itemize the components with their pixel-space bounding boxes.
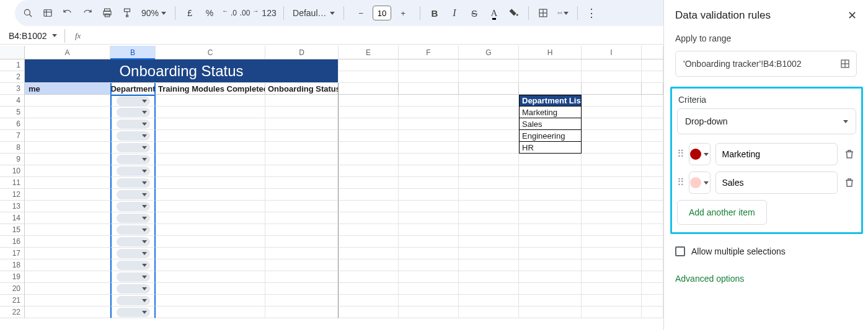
- dropdown-chip-cell[interactable]: [110, 201, 156, 212]
- select-range-icon[interactable]: [840, 59, 850, 69]
- item-value-2[interactable]: [715, 172, 838, 194]
- font-select[interactable]: Defaul…: [289, 8, 339, 18]
- borders-button[interactable]: [534, 4, 552, 22]
- delete-item-2-icon[interactable]: [843, 173, 857, 192]
- more-formats-button[interactable]: 123: [260, 4, 278, 22]
- col-header-G[interactable]: G: [459, 46, 519, 59]
- drag-handle-icon[interactable]: ⠿: [677, 180, 684, 185]
- delete-item-1-icon[interactable]: [843, 145, 857, 163]
- select-all-corner[interactable]: [0, 46, 25, 59]
- col-header-B[interactable]: B: [110, 46, 156, 59]
- dropdown-chip-cell[interactable]: [110, 306, 156, 318]
- dropdown-chip[interactable]: [117, 272, 150, 282]
- row-header-18[interactable]: 18: [0, 259, 25, 271]
- dropdown-chip[interactable]: [117, 284, 150, 293]
- dropdown-chip[interactable]: [117, 225, 150, 235]
- dropdown-chip[interactable]: [117, 97, 150, 106]
- item-color-2[interactable]: [689, 172, 711, 194]
- col-header-E[interactable]: E: [339, 46, 399, 59]
- dropdown-chip-cell[interactable]: [110, 212, 156, 224]
- add-another-item-button[interactable]: Add another item: [677, 200, 767, 225]
- dropdown-chip[interactable]: [117, 308, 150, 317]
- italic-button[interactable]: I: [445, 4, 464, 22]
- row-header-19[interactable]: 19: [0, 271, 25, 283]
- dropdown-chip-cell[interactable]: [110, 154, 156, 165]
- dropdown-chip[interactable]: [117, 108, 150, 117]
- row-header-16[interactable]: 16: [0, 236, 25, 248]
- allow-multiple-checkbox[interactable]: [675, 246, 685, 256]
- decrease-decimal-button[interactable]: ←.0: [220, 4, 239, 22]
- sheets-icon[interactable]: [38, 4, 57, 22]
- row-header-8[interactable]: 8: [0, 142, 25, 154]
- dropdown-chip-cell[interactable]: [110, 118, 156, 130]
- dropdown-chip-cell[interactable]: [110, 283, 156, 295]
- dropdown-chip-cell[interactable]: [110, 295, 156, 306]
- dropdown-chip[interactable]: [117, 214, 150, 223]
- dropdown-chip[interactable]: [117, 119, 150, 129]
- dropdown-chip-cell[interactable]: [110, 224, 156, 236]
- dropdown-chip-cell[interactable]: [110, 236, 156, 248]
- row-header-9[interactable]: 9: [0, 154, 25, 165]
- dropdown-chip[interactable]: [117, 202, 150, 211]
- dropdown-chip[interactable]: [117, 190, 150, 199]
- bold-button[interactable]: B: [425, 4, 444, 22]
- row-header-5[interactable]: 5: [0, 106, 25, 118]
- row-header-11[interactable]: 11: [0, 177, 25, 189]
- row-header-21[interactable]: 21: [0, 295, 25, 306]
- row-header-4[interactable]: 4: [0, 95, 25, 106]
- row-header-6[interactable]: 6: [0, 118, 25, 130]
- dropdown-chip[interactable]: [117, 178, 150, 188]
- name-box[interactable]: B4:B1002: [5, 31, 61, 41]
- undo-icon[interactable]: [58, 4, 77, 22]
- row-header-12[interactable]: 12: [0, 189, 25, 201]
- dropdown-chip-cell[interactable]: [110, 130, 156, 142]
- dropdown-chip-cell[interactable]: [110, 165, 156, 177]
- paint-format-icon[interactable]: [118, 4, 136, 22]
- apply-to-range-input[interactable]: 'Onboarding tracker'!B4:B1002: [675, 51, 857, 77]
- font-size-input[interactable]: [373, 6, 391, 20]
- row-header-2[interactable]: 2: [0, 71, 25, 83]
- redo-icon[interactable]: [78, 4, 97, 22]
- strikethrough-button[interactable]: S: [465, 4, 484, 22]
- row-header-15[interactable]: 15: [0, 224, 25, 236]
- drag-handle-icon[interactable]: ⠿: [677, 152, 684, 157]
- row-header-22[interactable]: 22: [0, 306, 25, 318]
- dropdown-chip[interactable]: [117, 237, 150, 246]
- decrease-font-size-button[interactable]: −: [352, 4, 370, 22]
- row-header-1[interactable]: 1: [0, 59, 25, 71]
- close-icon[interactable]: ✕: [848, 9, 857, 22]
- dropdown-chip-cell[interactable]: [110, 106, 156, 118]
- dropdown-chip[interactable]: [117, 143, 150, 152]
- currency-button[interactable]: £: [180, 4, 199, 22]
- dropdown-chip-cell[interactable]: [110, 271, 156, 283]
- col-header-D[interactable]: D: [265, 46, 339, 59]
- zoom-select[interactable]: 90%: [138, 8, 170, 18]
- fill-color-button[interactable]: [505, 4, 523, 22]
- col-header-I[interactable]: I: [582, 46, 642, 59]
- col-header-H[interactable]: H: [519, 46, 582, 59]
- col-header-A[interactable]: A: [25, 46, 110, 59]
- dropdown-chip[interactable]: [117, 155, 150, 164]
- more-tools-icon[interactable]: ⋮: [583, 4, 601, 22]
- dropdown-chip-cell[interactable]: [110, 95, 156, 106]
- row-header-13[interactable]: 13: [0, 201, 25, 212]
- item-color-1[interactable]: [689, 143, 711, 165]
- row-header-3[interactable]: 3: [0, 83, 25, 95]
- dropdown-chip-cell[interactable]: [110, 189, 156, 201]
- merge-cells-button[interactable]: [554, 4, 572, 22]
- text-color-button[interactable]: A: [485, 4, 503, 22]
- advanced-options-link[interactable]: Advanced options: [664, 263, 868, 295]
- increase-font-size-button[interactable]: +: [394, 4, 412, 22]
- dropdown-chip[interactable]: [117, 261, 150, 270]
- row-header-17[interactable]: 17: [0, 248, 25, 259]
- dropdown-chip-cell[interactable]: [110, 177, 156, 189]
- dropdown-chip-cell[interactable]: [110, 259, 156, 271]
- dropdown-chip-cell[interactable]: [110, 142, 156, 154]
- dropdown-chip-cell[interactable]: [110, 248, 156, 259]
- increase-decimal-button[interactable]: .00→: [240, 4, 259, 22]
- row-header-14[interactable]: 14: [0, 212, 25, 224]
- row-header-10[interactable]: 10: [0, 165, 25, 177]
- col-header-F[interactable]: F: [399, 46, 459, 59]
- row-header-20[interactable]: 20: [0, 283, 25, 295]
- criteria-select[interactable]: Drop-down: [677, 108, 856, 134]
